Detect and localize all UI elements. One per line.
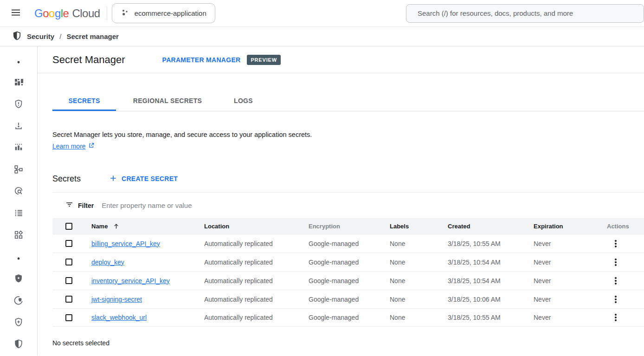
table-row: inventory_service_API_key Automatically …: [52, 271, 644, 290]
secret-name-link[interactable]: billing_service_API_key: [91, 240, 160, 247]
secrets-section-header: Secrets CREATE SECRET: [52, 172, 644, 186]
select-all-checkbox[interactable]: [65, 223, 72, 230]
expiration-cell: Never: [534, 277, 603, 285]
created-cell: 3/18/25, 10:06 AM: [448, 296, 534, 303]
row-actions-menu-button[interactable]: [610, 311, 622, 324]
kebab-menu-icon: [615, 317, 617, 318]
row-actions-menu-button[interactable]: [610, 293, 622, 305]
plus-icon: [109, 174, 117, 184]
labels-cell: None: [390, 296, 448, 303]
search-bar: [406, 4, 644, 23]
filter-bar: Filter: [52, 193, 644, 218]
column-header-expiration[interactable]: Expiration: [534, 223, 603, 230]
row-checkbox[interactable]: [65, 314, 72, 321]
breadcrumb-separator: /: [59, 32, 61, 40]
page-description: Secret Manager lets you store, manage, a…: [52, 130, 644, 139]
created-cell: 3/18/25, 10:54 AM: [448, 259, 534, 266]
logo-cloud-text: Cloud: [72, 7, 100, 20]
secret-name-link[interactable]: jwt-signing-secret: [91, 296, 142, 303]
selection-status: No secrets selected: [52, 339, 644, 347]
tab-secrets[interactable]: SECRETS: [52, 91, 116, 111]
search-input[interactable]: [406, 9, 644, 17]
row-checkbox[interactable]: [65, 240, 72, 247]
shield-filled-icon: [13, 273, 24, 285]
parameter-manager-link[interactable]: PARAMETER MANAGER: [162, 56, 241, 64]
created-cell: 3/18/25, 10:55 AM: [448, 314, 534, 321]
preview-badge: PREVIEW: [247, 55, 280, 65]
sort-ascending-icon: [113, 223, 120, 230]
report-alert-icon: [13, 121, 24, 133]
app-topbar: Google Cloud ecommerce-application: [0, 0, 644, 27]
page-title: Secret Manager: [52, 54, 125, 66]
sidebar-item-9[interactable]: [7, 225, 30, 246]
breadcrumb-section[interactable]: Security: [27, 32, 54, 40]
breadcrumb: Security / Secret manager: [0, 27, 644, 46]
create-secret-button[interactable]: CREATE SECRET: [109, 174, 178, 184]
row-checkbox[interactable]: [65, 259, 72, 265]
row-actions-menu-button[interactable]: [610, 275, 622, 287]
google-logo-letters: Google: [34, 7, 69, 20]
created-cell: 3/18/25, 10:55 AM: [448, 240, 534, 247]
encryption-cell: Google-managed: [309, 277, 390, 285]
row-actions-menu-button[interactable]: [610, 256, 622, 268]
created-cell: 3/18/25, 10:54 AM: [448, 277, 534, 285]
table-row: jwt-signing-secret Automatically replica…: [52, 290, 644, 308]
sidebar-item-13[interactable]: [7, 312, 30, 334]
filter-input[interactable]: [102, 201, 644, 209]
expiration-cell: Never: [534, 259, 603, 266]
column-header-labels[interactable]: Labels: [390, 223, 448, 230]
sidebar-item-11[interactable]: [7, 268, 30, 290]
page-header: Secret Manager PARAMETER MANAGER PREVIEW: [38, 46, 644, 73]
menu-button[interactable]: [9, 7, 22, 20]
sidebar-item-8[interactable]: [7, 203, 30, 225]
secret-name-link[interactable]: deploy_key: [91, 259, 124, 266]
row-checkbox[interactable]: [65, 277, 72, 284]
project-selector-button[interactable]: ecommerce-application: [112, 3, 215, 23]
secrets-section-title: Secrets: [52, 174, 81, 184]
column-header-location[interactable]: Location: [204, 223, 309, 230]
secret-name-link[interactable]: slack_webhook_url: [91, 314, 147, 321]
hamburger-icon: [10, 7, 21, 19]
sidebar-item-10[interactable]: [7, 246, 30, 268]
sidebar-item-4[interactable]: [7, 116, 30, 137]
row-actions-menu-button[interactable]: [610, 238, 622, 250]
sidebar-item-12[interactable]: [7, 290, 30, 312]
sidebar-item-3[interactable]: [7, 94, 30, 116]
tab-logs[interactable]: LOGS: [219, 91, 268, 111]
expiration-cell: Never: [534, 314, 603, 321]
sidebar-item-14[interactable]: [7, 334, 30, 356]
column-header-created[interactable]: Created: [448, 223, 534, 230]
search-insights-icon: [13, 186, 24, 198]
kebab-menu-icon: [615, 261, 617, 263]
sidebar-item-6[interactable]: [7, 159, 30, 181]
filter-button[interactable]: Filter: [65, 201, 94, 210]
dot-icon: [17, 57, 20, 65]
tab-regional-secrets[interactable]: REGIONAL SECRETS: [116, 91, 219, 111]
location-cell: Automatically replicated: [204, 240, 309, 247]
project-name: ecommerce-application: [135, 9, 206, 17]
secret-name-link[interactable]: inventory_service_API_key: [91, 277, 170, 285]
encryption-cell: Google-managed: [309, 240, 390, 247]
encryption-cell: Google-managed: [309, 296, 390, 303]
table-header: Name Location Encryption Labels Created …: [52, 218, 644, 234]
sidebar-item-2[interactable]: [7, 72, 30, 94]
shield-plus-icon: [13, 317, 24, 329]
location-cell: Automatically replicated: [204, 314, 309, 321]
expiration-cell: Never: [534, 240, 603, 247]
row-checkbox[interactable]: [65, 296, 72, 303]
learn-more-link[interactable]: Learn more: [52, 142, 86, 150]
table-body: billing_service_API_key Automatically re…: [52, 234, 644, 327]
sidebar-item-1[interactable]: [7, 50, 30, 72]
project-dots-icon: [121, 8, 129, 18]
sidebar-item-5[interactable]: [7, 137, 30, 159]
location-cell: Automatically replicated: [204, 259, 309, 266]
kebab-menu-icon: [615, 243, 617, 245]
labels-cell: None: [390, 240, 448, 247]
google-cloud-logo[interactable]: Google Cloud: [34, 7, 100, 20]
overview-dashboard-icon: [13, 77, 24, 89]
security-shield-icon: [12, 31, 22, 42]
sidebar-item-7[interactable]: [7, 181, 30, 203]
column-header-name[interactable]: Name: [91, 223, 204, 230]
breadcrumb-page: Secret manager: [66, 32, 119, 40]
list-icon: [13, 208, 24, 220]
